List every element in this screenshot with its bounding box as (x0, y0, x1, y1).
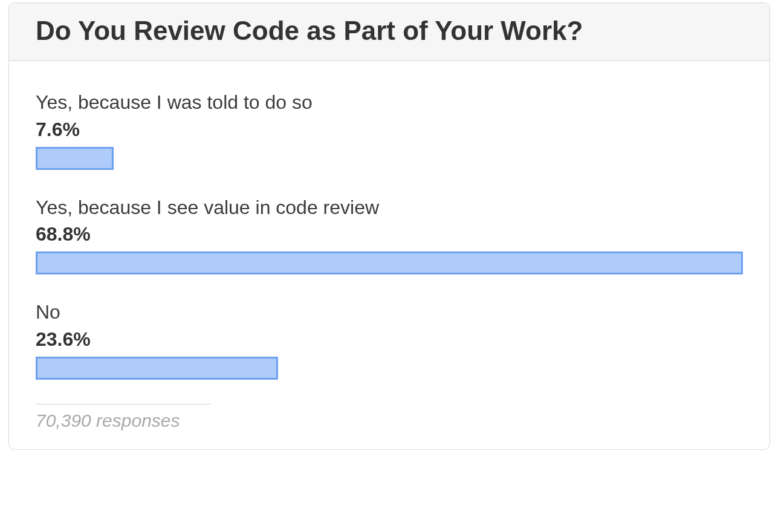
bar-label: Yes, because I see value in code review (36, 194, 743, 221)
bar-fill (36, 357, 278, 380)
bar-row: No 23.6% (36, 299, 743, 380)
bar-track (36, 147, 743, 170)
survey-card: Do You Review Code as Part of Your Work?… (8, 2, 770, 450)
card-header: Do You Review Code as Part of Your Work? (9, 3, 770, 61)
bar-value: 7.6% (36, 116, 743, 143)
footer-separator (36, 404, 211, 404)
bar-fill (36, 147, 114, 170)
bar-value: 23.6% (36, 326, 743, 353)
bar-track (36, 357, 743, 380)
responses-count: 70,390 responses (36, 410, 743, 431)
bar-label: Yes, because I was told to do so (36, 89, 743, 116)
bar-value: 68.8% (36, 221, 743, 248)
bar-label: No (36, 299, 743, 326)
chart-title: Do You Review Code as Part of Your Work? (36, 14, 743, 47)
bar-track (36, 251, 743, 274)
bar-fill (36, 251, 743, 274)
bar-row: Yes, because I was told to do so 7.6% (36, 89, 743, 170)
bar-row: Yes, because I see value in code review … (36, 194, 743, 275)
card-body: Yes, because I was told to do so 7.6% Ye… (9, 61, 770, 449)
